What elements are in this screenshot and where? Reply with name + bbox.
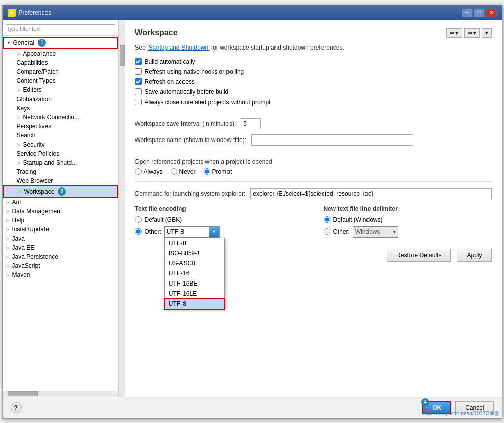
preferences-dialog: ⚙ Preferences ─ □ ✕ ▼ General 1 (2, 5, 502, 419)
sidebar-item-label: Capabilities (17, 59, 48, 66)
sidebar-container: ▼ General 1 ▷ Appearance Capabilities Co… (3, 20, 119, 397)
expand-arrow: ▷ (17, 51, 22, 56)
filter-box (3, 22, 118, 36)
sidebar-item-perspectives[interactable]: Perspectives (3, 122, 118, 131)
encoding-option-utf16le[interactable]: UTF-16LE (165, 289, 224, 299)
sidebar-horizontal-scrollbar[interactable] (3, 391, 118, 397)
sidebar-item-keys[interactable]: Keys (3, 104, 118, 113)
divider-3 (135, 181, 492, 182)
radio-never: Never (171, 168, 196, 175)
sidebar-item-content-types[interactable]: Content Types (3, 76, 118, 85)
checkbox-save-auto: Save automatically before build (135, 88, 492, 96)
window-controls: ─ □ ✕ (462, 8, 497, 17)
newline-dropdown[interactable]: Windows ▾ (353, 226, 398, 238)
sidebar-item-label: Content Types (17, 77, 56, 84)
command-input[interactable] (250, 188, 491, 199)
newline-dropdown-arrow: ▾ (393, 228, 396, 236)
workspace-name-input[interactable] (251, 134, 413, 146)
sidebar-item-workspace[interactable]: ▷ Workspace 2 (3, 185, 118, 198)
radio-prompt-input[interactable] (204, 168, 210, 175)
encoding-default-radio[interactable] (135, 216, 142, 223)
sidebar-item-label: Editors (23, 86, 42, 93)
expand-arrow: ▷ (17, 160, 22, 165)
sidebar-item-javascript[interactable]: ▷ JavaScript (3, 261, 118, 270)
apply-button[interactable]: Apply (457, 249, 491, 262)
sidebar-item-install-update[interactable]: ▷ Install/Update (3, 225, 118, 234)
close-unrelated-label: Always close unrelated projects without … (145, 99, 271, 106)
refresh-access-checkbox[interactable] (135, 78, 142, 85)
encoding-other-label: Other: (145, 228, 161, 236)
forward-button[interactable]: ⇒ ▾ (464, 28, 480, 38)
sidebar-item-label: Keys (17, 105, 30, 112)
back-arrow-icon: ⇐ (450, 30, 454, 36)
dialog-content: ▼ General 1 ▷ Appearance Capabilities Co… (3, 20, 502, 397)
sidebar-item-globalization[interactable]: Globalization (3, 95, 118, 104)
divider-1 (135, 112, 492, 112)
encoding-dropdown-btn[interactable]: ▾ (209, 227, 219, 237)
encoding-option-utf16[interactable]: UTF-16 (165, 268, 224, 278)
sidebar-item-appearance[interactable]: ▷ Appearance (3, 49, 118, 58)
save-auto-checkbox[interactable] (135, 88, 142, 95)
sidebar-item-help[interactable]: ▷ Help (3, 216, 118, 225)
save-interval-input[interactable] (241, 118, 261, 129)
encoding-other-radio[interactable] (135, 228, 142, 235)
back-dropdown-icon: ▾ (455, 30, 459, 36)
startup-shutdown-link[interactable]: 'Startup and Shutdown' (147, 44, 209, 51)
restore-defaults-button[interactable]: Restore Defaults (387, 249, 451, 262)
sidebar-item-tracing[interactable]: Tracing (3, 167, 118, 176)
maximize-button[interactable]: □ (474, 8, 485, 17)
radio-always-input[interactable] (135, 168, 142, 175)
sidebar-item-general[interactable]: ▼ General 1 (3, 37, 118, 49)
sidebar-item-startup-shutdown[interactable]: ▷ Startup and Shutd... (3, 158, 118, 167)
encoding-dropdown[interactable]: UTF-8 ▾ (164, 226, 220, 238)
checkbox-build-auto: Build automatically (135, 58, 492, 65)
refresh-native-checkbox[interactable] (135, 68, 142, 75)
checkbox-close-unrelated: Always close unrelated projects without … (135, 99, 492, 106)
newline-other-radio[interactable] (324, 228, 330, 235)
sidebar-item-java-persistence[interactable]: ▷ Java Persistence (3, 252, 118, 261)
sidebar-item-service-policies[interactable]: Service Policies (3, 149, 118, 158)
sidebar-item-network-connections[interactable]: ▷ Network Connectio... (3, 113, 118, 122)
sidebar-tree: ▼ General 1 ▷ Appearance Capabilities Co… (3, 20, 119, 391)
main-header: Workspace ⇐ ▾ ⇒ ▾ ▾ (135, 28, 492, 38)
filter-input[interactable] (6, 24, 115, 33)
sidebar-vertical-scrollbar[interactable] (119, 20, 125, 397)
command-section: Command for launching system explorer: (135, 188, 492, 199)
sidebar-item-data-management[interactable]: ▷ Data Management (3, 207, 118, 216)
sidebar-item-editors[interactable]: ▷ Editors (3, 85, 118, 95)
back-button[interactable]: ⇐ ▾ (446, 28, 462, 38)
radio-never-label: Never (179, 168, 196, 175)
workspace-name-label: Workspace name (shown in window title): (135, 136, 247, 144)
sidebar-item-web-browser[interactable]: Web Browser (3, 176, 118, 185)
radio-prompt: Prompt (204, 168, 232, 175)
sidebar-item-label: Java EE (12, 244, 35, 251)
sidebar-item-label: Ant (12, 199, 21, 206)
encoding-option-utf16be[interactable]: UTF-16BE (165, 278, 224, 289)
radio-never-input[interactable] (171, 168, 177, 175)
sidebar-item-security[interactable]: ▷ Security (3, 140, 118, 149)
sidebar-item-maven[interactable]: ▷ Maven (3, 270, 118, 279)
menu-button[interactable]: ▾ (482, 28, 492, 38)
sidebar-item-java[interactable]: ▷ Java (3, 234, 118, 243)
watermark: https://blog.csdn.net/u/51CTO博客 (423, 410, 500, 417)
sidebar-item-capabilities[interactable]: Capabilities (3, 58, 118, 67)
refresh-native-label: Refresh using native hooks or polling (145, 68, 244, 75)
forward-dropdown-icon: ▾ (473, 30, 476, 36)
sidebar-item-compare-patch[interactable]: Compare/Patch (3, 67, 118, 76)
minimize-button[interactable]: ─ (462, 8, 473, 17)
encoding-option-utf8-bottom[interactable]: UTF-8 (165, 299, 224, 309)
sidebar-item-java-ee[interactable]: ▷ Java EE (3, 243, 118, 252)
newline-default-radio[interactable] (324, 216, 330, 223)
encoding-option-iso[interactable]: ISO-8859-1 (165, 248, 224, 258)
help-button[interactable]: ? (11, 402, 22, 413)
encoding-option-utf8-top[interactable]: UTF-8 (165, 238, 224, 248)
close-unrelated-checkbox[interactable] (135, 99, 142, 105)
build-auto-checkbox[interactable] (135, 58, 142, 65)
sidebar-item-search[interactable]: Search (3, 131, 118, 140)
close-button[interactable]: ✕ (486, 8, 497, 17)
description-suf: for workspace startup and shutdown prefe… (210, 44, 344, 51)
sidebar-item-ant[interactable]: ▷ Ant (3, 198, 118, 207)
encoding-option-usascii[interactable]: US-ASCII (165, 258, 224, 268)
newline-dropdown-value: Windows (355, 228, 380, 236)
radio-group-open-projects: Always Never Prompt (135, 168, 492, 175)
